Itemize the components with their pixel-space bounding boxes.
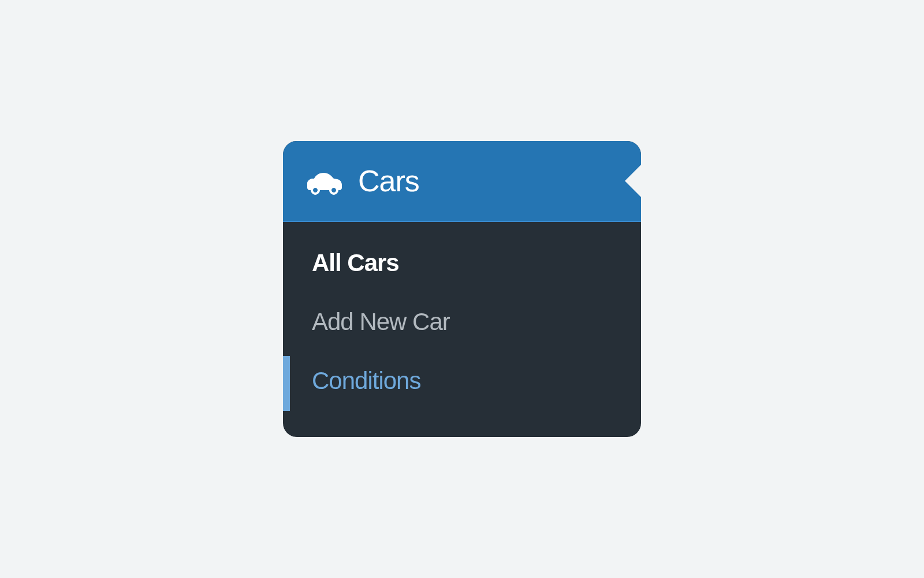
sidebar-header-title: Cars (358, 164, 419, 198)
submenu-item-conditions[interactable]: Conditions (283, 351, 641, 410)
submenu-item-label: Add New Car (312, 308, 450, 335)
submenu-indicator (283, 356, 290, 410)
sidebar-menu-panel: Cars All Cars Add New Car Conditions (283, 141, 641, 437)
active-menu-notch (625, 164, 641, 198)
submenu-item-label: All Cars (312, 249, 399, 276)
car-icon (306, 171, 343, 195)
sidebar-header-cars[interactable]: Cars (283, 141, 641, 222)
submenu-item-all-cars[interactable]: All Cars (283, 234, 641, 292)
submenu-item-label: Conditions (312, 367, 420, 394)
submenu-item-add-new-car[interactable]: Add New Car (283, 292, 641, 351)
sidebar-submenu: All Cars Add New Car Conditions (283, 222, 641, 411)
